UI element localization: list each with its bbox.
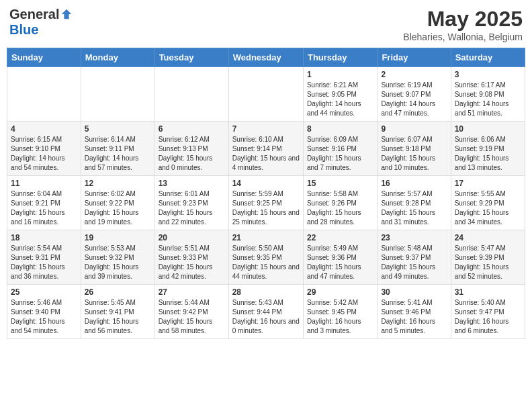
day-info: Sunrise: 5:58 AM Sunset: 9:26 PM Dayligh… [307, 189, 373, 227]
day-number: 30 [381, 287, 447, 297]
day-number: 8 [307, 124, 373, 134]
calendar-cell: 4Sunrise: 6:15 AM Sunset: 9:10 PM Daylig… [7, 122, 81, 176]
day-info: Sunrise: 6:14 AM Sunset: 9:11 PM Dayligh… [85, 135, 151, 173]
calendar-header-row: SundayMondayTuesdayWednesdayThursdayFrid… [7, 48, 525, 67]
calendar-week-row: 18Sunrise: 5:54 AM Sunset: 9:31 PM Dayli… [7, 230, 525, 285]
day-info: Sunrise: 5:44 AM Sunset: 9:42 PM Dayligh… [159, 298, 225, 336]
day-header-monday: Monday [81, 48, 154, 67]
calendar-cell: 10Sunrise: 6:06 AM Sunset: 9:19 PM Dayli… [451, 122, 525, 176]
calendar-week-row: 11Sunrise: 6:04 AM Sunset: 9:21 PM Dayli… [7, 176, 525, 230]
logo: General Blue [9, 7, 73, 38]
calendar-cell: 26Sunrise: 5:45 AM Sunset: 9:41 PM Dayli… [81, 285, 154, 339]
calendar-table: SundayMondayTuesdayWednesdayThursdayFrid… [7, 48, 525, 339]
day-header-sunday: Sunday [7, 48, 81, 67]
day-number: 31 [455, 287, 521, 297]
day-info: Sunrise: 6:04 AM Sunset: 9:21 PM Dayligh… [11, 189, 77, 227]
calendar-cell [81, 67, 154, 122]
calendar-cell: 13Sunrise: 6:01 AM Sunset: 9:23 PM Dayli… [154, 176, 228, 230]
day-number: 15 [307, 179, 373, 188]
svg-marker-0 [62, 9, 71, 18]
day-header-saturday: Saturday [451, 48, 525, 67]
day-info: Sunrise: 6:12 AM Sunset: 9:13 PM Dayligh… [159, 135, 225, 173]
day-info: Sunrise: 5:50 AM Sunset: 9:35 PM Dayligh… [232, 244, 300, 281]
calendar-cell: 11Sunrise: 6:04 AM Sunset: 9:21 PM Dayli… [7, 176, 81, 230]
calendar-cell: 28Sunrise: 5:43 AM Sunset: 9:44 PM Dayli… [228, 285, 303, 339]
calendar-cell: 20Sunrise: 5:51 AM Sunset: 9:33 PM Dayli… [154, 230, 228, 285]
calendar-cell: 15Sunrise: 5:58 AM Sunset: 9:26 PM Dayli… [303, 176, 377, 230]
calendar-week-row: 1Sunrise: 6:21 AM Sunset: 9:05 PM Daylig… [7, 67, 525, 122]
calendar-cell: 30Sunrise: 5:41 AM Sunset: 9:46 PM Dayli… [378, 285, 451, 339]
calendar-cell: 16Sunrise: 5:57 AM Sunset: 9:28 PM Dayli… [378, 176, 451, 230]
day-number: 27 [159, 287, 225, 297]
calendar-cell: 29Sunrise: 5:42 AM Sunset: 9:45 PM Dayli… [303, 285, 377, 339]
day-number: 13 [159, 179, 225, 188]
day-number: 23 [381, 233, 447, 242]
day-header-friday: Friday [378, 48, 451, 67]
day-number: 4 [11, 124, 77, 134]
calendar-cell: 8Sunrise: 6:09 AM Sunset: 9:16 PM Daylig… [303, 122, 377, 176]
day-info: Sunrise: 6:17 AM Sunset: 9:08 PM Dayligh… [455, 81, 521, 118]
day-info: Sunrise: 5:49 AM Sunset: 9:36 PM Dayligh… [307, 244, 373, 281]
day-info: Sunrise: 5:40 AM Sunset: 9:47 PM Dayligh… [455, 298, 521, 336]
day-number: 2 [381, 70, 447, 79]
day-info: Sunrise: 6:07 AM Sunset: 9:18 PM Dayligh… [381, 135, 447, 173]
calendar-cell: 9Sunrise: 6:07 AM Sunset: 9:18 PM Daylig… [378, 122, 451, 176]
day-info: Sunrise: 6:02 AM Sunset: 9:22 PM Dayligh… [85, 189, 151, 227]
day-header-tuesday: Tuesday [154, 48, 228, 67]
calendar-cell: 5Sunrise: 6:14 AM Sunset: 9:11 PM Daylig… [81, 122, 154, 176]
day-number: 26 [85, 287, 151, 297]
day-info: Sunrise: 5:57 AM Sunset: 9:28 PM Dayligh… [381, 189, 447, 227]
day-number: 20 [159, 233, 225, 242]
calendar-cell: 3Sunrise: 6:17 AM Sunset: 9:08 PM Daylig… [451, 67, 525, 122]
day-number: 21 [232, 233, 300, 242]
calendar-week-row: 25Sunrise: 5:46 AM Sunset: 9:40 PM Dayli… [7, 285, 525, 339]
calendar-cell: 21Sunrise: 5:50 AM Sunset: 9:35 PM Dayli… [228, 230, 303, 285]
calendar-cell: 2Sunrise: 6:19 AM Sunset: 9:07 PM Daylig… [378, 67, 451, 122]
day-info: Sunrise: 6:19 AM Sunset: 9:07 PM Dayligh… [381, 81, 447, 118]
day-number: 7 [232, 124, 300, 134]
day-info: Sunrise: 6:15 AM Sunset: 9:10 PM Dayligh… [11, 135, 77, 173]
calendar-cell [7, 67, 81, 122]
calendar-cell: 7Sunrise: 6:10 AM Sunset: 9:14 PM Daylig… [228, 122, 303, 176]
day-number: 28 [232, 287, 300, 297]
day-info: Sunrise: 5:47 AM Sunset: 9:39 PM Dayligh… [455, 244, 521, 281]
day-number: 16 [381, 179, 447, 188]
day-number: 9 [381, 124, 447, 134]
day-info: Sunrise: 5:51 AM Sunset: 9:33 PM Dayligh… [159, 244, 225, 281]
location-text: Bleharies, Wallonia, Belgium [403, 32, 523, 42]
day-info: Sunrise: 5:43 AM Sunset: 9:44 PM Dayligh… [232, 298, 300, 336]
title-block: May 2025 Bleharies, Wallonia, Belgium [403, 7, 523, 42]
day-info: Sunrise: 5:59 AM Sunset: 9:25 PM Dayligh… [232, 189, 300, 227]
day-info: Sunrise: 5:53 AM Sunset: 9:32 PM Dayligh… [85, 244, 151, 281]
calendar-cell: 12Sunrise: 6:02 AM Sunset: 9:22 PM Dayli… [81, 176, 154, 230]
calendar-week-row: 4Sunrise: 6:15 AM Sunset: 9:10 PM Daylig… [7, 122, 525, 176]
logo-blue-text: Blue [9, 22, 38, 38]
day-number: 22 [307, 233, 373, 242]
month-title: May 2025 [403, 7, 523, 32]
day-number: 11 [11, 179, 77, 188]
calendar-cell: 1Sunrise: 6:21 AM Sunset: 9:05 PM Daylig… [303, 67, 377, 122]
day-number: 17 [455, 179, 521, 188]
day-info: Sunrise: 6:21 AM Sunset: 9:05 PM Dayligh… [307, 81, 373, 118]
day-number: 19 [85, 233, 151, 242]
day-info: Sunrise: 6:10 AM Sunset: 9:14 PM Dayligh… [232, 135, 300, 173]
calendar-cell [154, 67, 228, 122]
day-number: 5 [85, 124, 151, 134]
day-number: 1 [307, 70, 373, 79]
day-number: 12 [85, 179, 151, 188]
day-info: Sunrise: 5:42 AM Sunset: 9:45 PM Dayligh… [307, 298, 373, 336]
day-number: 14 [232, 179, 300, 188]
day-info: Sunrise: 5:55 AM Sunset: 9:29 PM Dayligh… [455, 189, 521, 227]
day-info: Sunrise: 5:45 AM Sunset: 9:41 PM Dayligh… [85, 298, 151, 336]
day-info: Sunrise: 5:46 AM Sunset: 9:40 PM Dayligh… [11, 298, 77, 336]
calendar-cell: 14Sunrise: 5:59 AM Sunset: 9:25 PM Dayli… [228, 176, 303, 230]
calendar-cell: 19Sunrise: 5:53 AM Sunset: 9:32 PM Dayli… [81, 230, 154, 285]
calendar-cell: 24Sunrise: 5:47 AM Sunset: 9:39 PM Dayli… [451, 230, 525, 285]
day-number: 25 [11, 287, 77, 297]
day-number: 29 [307, 287, 373, 297]
day-number: 18 [11, 233, 77, 242]
day-info: Sunrise: 6:06 AM Sunset: 9:19 PM Dayligh… [455, 135, 521, 173]
logo-general-text: General [9, 7, 59, 22]
day-info: Sunrise: 5:54 AM Sunset: 9:31 PM Dayligh… [11, 244, 77, 281]
calendar-cell: 23Sunrise: 5:48 AM Sunset: 9:37 PM Dayli… [378, 230, 451, 285]
